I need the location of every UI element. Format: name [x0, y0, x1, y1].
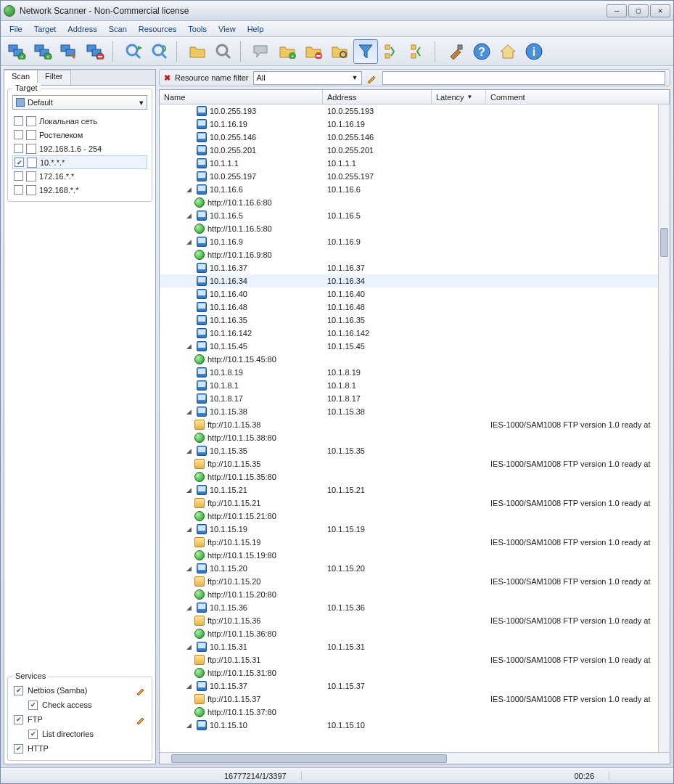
menu-resources[interactable]: Resources — [133, 23, 183, 35]
grid-row[interactable]: ftp://10.1.15.37 IES-1000/SAM1008 FTP ve… — [160, 693, 670, 706]
grid-row[interactable]: http://10.1.15.35:80 — [160, 470, 670, 483]
col-comment[interactable]: Comment — [486, 90, 670, 104]
grid-row[interactable]: 10.0.255.197 10.0.255.197 — [160, 170, 670, 183]
expander-icon[interactable]: ◢ — [186, 605, 192, 611]
menu-address[interactable]: Address — [62, 23, 102, 35]
grid-row[interactable]: ◢10.1.15.10 10.1.15.10 — [160, 719, 670, 732]
grid-row[interactable]: http://10.1.16.9:80 — [160, 248, 670, 261]
grid-row[interactable]: ◢10.1.15.37 10.1.15.37 — [160, 679, 670, 693]
filter-combo[interactable]: All ▼ — [253, 71, 362, 85]
tool-folder-add[interactable]: + — [275, 39, 300, 64]
expander-icon[interactable]: ◢ — [186, 644, 192, 650]
grid-row[interactable]: ftp://10.1.15.19 IES-1000/SAM1008 FTP ve… — [160, 536, 670, 549]
tab-filter[interactable]: Filter — [38, 70, 70, 85]
grid-row[interactable]: ◢10.1.15.21 10.1.15.21 — [160, 483, 670, 497]
expander-icon[interactable]: ◢ — [186, 343, 192, 350]
col-name[interactable]: Name — [160, 90, 323, 104]
service-item[interactable]: FTP — [12, 712, 147, 727]
grid-row[interactable]: ftp://10.1.15.36 IES-1000/SAM1008 FTP ve… — [160, 614, 670, 627]
expander-icon[interactable]: ◢ — [186, 722, 192, 729]
grid-row[interactable]: 10.0.255.201 10.0.255.201 — [160, 144, 670, 157]
tool-scan-start[interactable] — [121, 39, 146, 64]
target-checkbox[interactable] — [15, 158, 24, 167]
grid-row[interactable]: 10.1.16.40 10.1.16.40 — [160, 287, 670, 301]
grid-row[interactable]: ◢10.1.15.31 10.1.15.31 — [160, 640, 670, 653]
grid-row[interactable]: ◢10.1.15.36 10.1.15.36 — [160, 601, 670, 614]
grid-row[interactable]: http://10.1.16.5:80 — [160, 222, 670, 235]
tool-settings[interactable] — [443, 39, 468, 64]
expander-icon[interactable]: ◢ — [186, 448, 192, 454]
grid-row[interactable]: http://10.1.15.37:80 — [160, 706, 670, 719]
service-checkbox[interactable] — [14, 715, 23, 724]
tool-folder-search[interactable] — [327, 39, 352, 64]
tool-filter[interactable] — [353, 39, 378, 64]
menu-view[interactable]: View — [213, 23, 242, 35]
grid-row[interactable]: ◢10.1.16.6 10.1.16.6 — [160, 183, 670, 196]
target-item[interactable]: 172.16.*.* — [12, 169, 147, 183]
expander-icon[interactable]: ◢ — [186, 565, 192, 572]
grid-row[interactable]: 10.1.16.35 10.1.16.35 — [160, 314, 670, 327]
horizontal-scrollbar[interactable] — [160, 752, 670, 764]
grid-row[interactable]: ftp://10.1.15.20 IES-1000/SAM1008 FTP ve… — [160, 575, 670, 588]
clear-filter-icon[interactable]: ✖ — [164, 73, 170, 83]
grid-row[interactable]: 10.1.16.34 10.1.16.34 — [160, 274, 670, 287]
grid-row[interactable]: ◢10.1.15.45 10.1.15.45 — [160, 340, 670, 353]
target-item[interactable]: Ростелеком — [12, 128, 147, 142]
tool-help[interactable]: ? — [469, 39, 494, 64]
expander-icon[interactable]: ◢ — [186, 683, 192, 690]
grid-row[interactable]: http://10.1.15.31:80 — [160, 666, 670, 679]
grid-row[interactable]: 10.0.255.146 10.0.255.146 — [160, 131, 670, 144]
scroll-thumb[interactable] — [660, 228, 668, 257]
target-item[interactable]: 192.168.*.* — [12, 183, 147, 197]
service-item[interactable]: Netbios (Samba) — [12, 683, 147, 698]
grid-row[interactable]: ◢10.1.15.38 10.1.15.38 — [160, 405, 670, 418]
menu-file[interactable]: File — [4, 23, 28, 35]
service-item[interactable]: HTTP — [12, 741, 147, 756]
grid-row[interactable]: 10.1.16.19 10.1.16.19 — [160, 118, 670, 131]
grid-row[interactable]: http://10.1.15.21:80 — [160, 510, 670, 523]
tool-speech[interactable] — [249, 39, 274, 64]
tool-scan-repeat[interactable] — [147, 39, 172, 64]
target-checkbox[interactable] — [14, 185, 23, 195]
tool-edit-host[interactable] — [57, 39, 82, 64]
tool-folder-open[interactable] — [185, 39, 210, 64]
target-checkbox[interactable] — [14, 116, 23, 126]
expander-icon[interactable]: ◢ — [186, 409, 192, 415]
target-item[interactable]: 192.168.1.6 - 254 — [12, 142, 147, 155]
target-combo[interactable]: Default ▾ — [12, 95, 147, 110]
grid-row[interactable]: 10.1.16.37 10.1.16.37 — [160, 261, 670, 274]
expander-icon[interactable]: ◢ — [186, 213, 192, 219]
grid-row[interactable]: 10.0.255.193 10.0.255.193 — [160, 105, 670, 118]
filter-text-input[interactable] — [382, 71, 666, 85]
tool-folder-remove[interactable] — [301, 39, 326, 64]
scroll-thumb[interactable] — [171, 754, 447, 763]
service-checkbox[interactable] — [14, 744, 23, 754]
grid-row[interactable]: http://10.1.15.45:80 — [160, 353, 670, 366]
tool-tree-collapse[interactable] — [406, 39, 430, 64]
grid-row[interactable]: http://10.1.15.19:80 — [160, 549, 670, 562]
grid-row[interactable]: 10.1.16.48 10.1.16.48 — [160, 301, 670, 314]
filter-edit-icon[interactable] — [366, 72, 378, 83]
expander-icon[interactable]: ◢ — [186, 487, 192, 494]
grid-row[interactable]: 10.1.8.1 10.1.8.1 — [160, 379, 670, 392]
grid-row[interactable]: http://10.1.15.20:80 — [160, 588, 670, 601]
expander-icon[interactable]: ◢ — [186, 187, 192, 193]
tool-about[interactable]: i — [522, 39, 546, 64]
grid-body[interactable]: 10.0.255.193 10.0.255.193 10.1.16.19 10.… — [160, 105, 670, 752]
vertical-scrollbar[interactable] — [658, 105, 670, 752]
grid-row[interactable]: http://10.1.16.6:80 — [160, 196, 670, 209]
service-item[interactable]: Check access — [12, 698, 147, 712]
grid-row[interactable]: ftp://10.1.15.31 IES-1000/SAM1008 FTP ve… — [160, 653, 670, 666]
grid-row[interactable]: 10.1.8.19 10.1.8.19 — [160, 366, 670, 379]
menu-tools[interactable]: Tools — [182, 23, 213, 35]
grid-row[interactable]: http://10.1.15.36:80 — [160, 627, 670, 640]
menu-help[interactable]: Help — [242, 23, 270, 35]
grid-row[interactable]: ftp://10.1.15.38 IES-1000/SAM1008 FTP ve… — [160, 418, 670, 431]
grid-row[interactable]: ◢10.1.16.5 10.1.16.5 — [160, 209, 670, 222]
col-latency[interactable]: Latency▼ — [432, 90, 486, 104]
edit-icon[interactable] — [136, 714, 146, 724]
grid-row[interactable]: ◢10.1.15.35 10.1.15.35 — [160, 444, 670, 457]
service-checkbox[interactable] — [28, 701, 38, 710]
service-checkbox[interactable] — [28, 730, 38, 739]
tool-add-range[interactable]: + — [31, 39, 56, 64]
